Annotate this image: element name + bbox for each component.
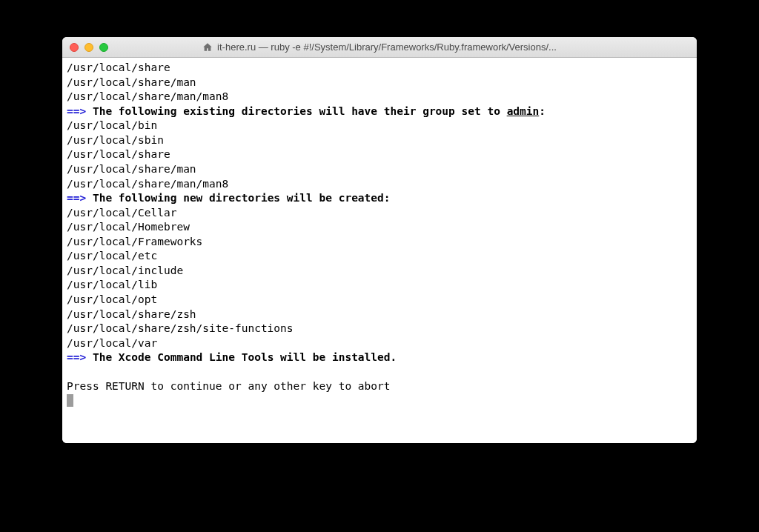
home-icon <box>202 42 213 53</box>
terminal-line: /usr/local/share <box>67 147 692 162</box>
terminal-line: /usr/local/sbin <box>67 133 692 148</box>
terminal-line: /usr/local/share/man/man8 <box>67 90 692 104</box>
terminal-line: ==> The following existing directories w… <box>67 104 692 119</box>
terminal-content[interactable]: /usr/local/share /usr/local/share/man /u… <box>62 58 697 443</box>
terminal-line: /usr/local/Frameworks <box>67 235 692 250</box>
message-group-set: The following existing directories will … <box>93 105 546 117</box>
terminal-line: /usr/local/share/man/man8 <box>67 177 692 192</box>
traffic-lights <box>70 43 108 52</box>
terminal-line: /usr/local/etc <box>67 249 692 264</box>
terminal-line: ==> The Xcode Command Line Tools will be… <box>67 350 692 365</box>
empty-line <box>67 365 692 380</box>
message-new-dirs: The following new directories will be cr… <box>93 192 391 204</box>
title-bar[interactable]: it-here.ru — ruby -e #!/System/Library/F… <box>62 37 697 58</box>
close-button[interactable] <box>70 43 79 52</box>
arrow-indicator: ==> <box>67 192 86 204</box>
arrow-indicator: ==> <box>67 105 86 117</box>
cursor-line <box>67 394 692 409</box>
admin-text: admin <box>507 105 540 117</box>
terminal-line: /usr/local/var <box>67 336 692 351</box>
terminal-line: /usr/local/share/zsh/site-functions <box>67 322 692 336</box>
cursor <box>67 394 73 407</box>
terminal-line: /usr/local/share/zsh <box>67 307 692 322</box>
terminal-line: ==> The following new directories will b… <box>67 191 692 206</box>
minimize-button[interactable] <box>84 43 93 52</box>
terminal-line: /usr/local/share <box>67 61 692 76</box>
terminal-line: /usr/local/Homebrew <box>67 220 692 235</box>
arrow-indicator: ==> <box>67 351 86 363</box>
prompt-line: Press RETURN to continue or any other ke… <box>67 379 692 394</box>
terminal-window: it-here.ru — ruby -e #!/System/Library/F… <box>62 37 697 443</box>
terminal-line: /usr/local/share/man <box>67 162 692 177</box>
terminal-line: /usr/local/share/man <box>67 76 692 90</box>
maximize-button[interactable] <box>99 43 108 52</box>
terminal-line: /usr/local/Cellar <box>67 206 692 221</box>
message-xcode: The Xcode Command Line Tools will be ins… <box>93 351 397 363</box>
terminal-line: /usr/local/opt <box>67 293 692 307</box>
title-wrap: it-here.ru — ruby -e #!/System/Library/F… <box>62 41 697 53</box>
terminal-line: /usr/local/include <box>67 264 692 279</box>
terminal-line: /usr/local/lib <box>67 278 692 293</box>
window-title: it-here.ru — ruby -e #!/System/Library/F… <box>217 41 557 53</box>
terminal-line: /usr/local/bin <box>67 119 692 133</box>
